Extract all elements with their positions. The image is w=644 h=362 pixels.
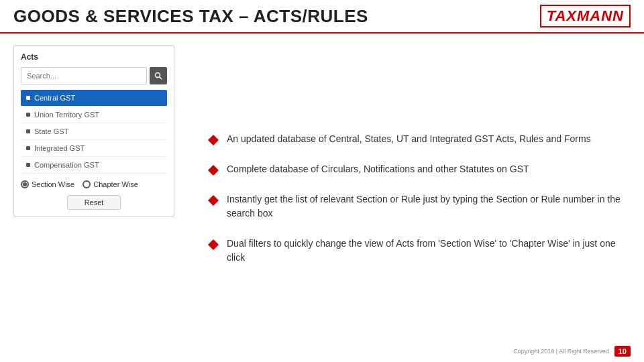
svg-point-0 [156,73,160,78]
menu-item[interactable]: Compensation GST [21,157,167,174]
menu-item[interactable]: State GST [21,123,167,140]
search-row [21,67,167,84]
main-content: Acts Central GSTUnion Territory GSTState… [0,35,644,362]
svg-line-1 [160,77,162,79]
bullet-text: Complete database of Circulars, Notifica… [227,162,529,176]
menu-dot [26,113,30,117]
menu-list: Central GSTUnion Territory GSTState GSTI… [21,90,167,174]
footer: Copyright 2018 | All Right Reserved 10 [513,346,631,357]
search-icon [154,72,162,80]
section-wise-radio-circle [21,180,29,188]
bullet-text: Dual filters to quickly change the view … [227,237,624,265]
section-wise-label: Section Wise [32,180,74,188]
chapter-wise-radio[interactable]: Chapter Wise [83,180,138,188]
reset-button[interactable]: Reset [67,195,121,210]
taxmann-logo: TAXMANN [540,5,631,27]
chapter-wise-label: Chapter Wise [93,180,138,188]
bullet-text: Instantly get the list of relevant Secti… [227,192,624,221]
bullet-item: Complete database of Circulars, Notifica… [208,162,624,176]
card-title: Acts [21,52,167,62]
page-title: GOODS & SERVICES TAX – ACTS/RULES [13,6,368,27]
bullet-diamond-icon [208,135,219,140]
bullet-text: An updated database of Central, States, … [227,132,591,146]
menu-dot [26,163,30,167]
header-bar: GOODS & SERVICES TAX – ACTS/RULES TAXMAN… [0,0,644,34]
menu-dot [26,146,30,150]
menu-item[interactable]: Integrated GST [21,140,167,157]
bullet-item: Instantly get the list of relevant Secti… [208,192,624,221]
menu-dot [26,96,30,100]
left-panel: Acts Central GSTUnion Territory GSTState… [0,35,201,362]
menu-item-label: Union Territory GST [34,111,99,119]
right-panel: An updated database of Central, States, … [201,35,644,362]
section-wise-radio[interactable]: Section Wise [21,180,74,188]
menu-item-label: Compensation GST [34,161,99,169]
bullet-item: Dual filters to quickly change the view … [208,237,624,265]
menu-item[interactable]: Union Territory GST [21,107,167,123]
chapter-wise-radio-circle [83,180,91,188]
bullet-diamond-icon [208,195,219,200]
menu-dot [26,129,30,133]
bullet-diamond-icon [208,239,219,245]
menu-item[interactable]: Central GST [21,90,167,107]
copyright-text: Copyright 2018 | All Right Reserved [513,348,608,355]
search-button[interactable] [150,67,167,84]
search-input[interactable] [21,67,147,84]
menu-item-label: Central GST [34,94,75,102]
bullet-diamond-icon [208,165,219,170]
filter-row: Section Wise Chapter Wise [21,180,167,188]
page-number: 10 [614,346,631,357]
menu-item-label: State GST [34,127,68,135]
ui-card: Acts Central GSTUnion Territory GSTState… [13,45,174,217]
menu-item-label: Integrated GST [34,144,85,152]
bullet-item: An updated database of Central, States, … [208,132,624,146]
